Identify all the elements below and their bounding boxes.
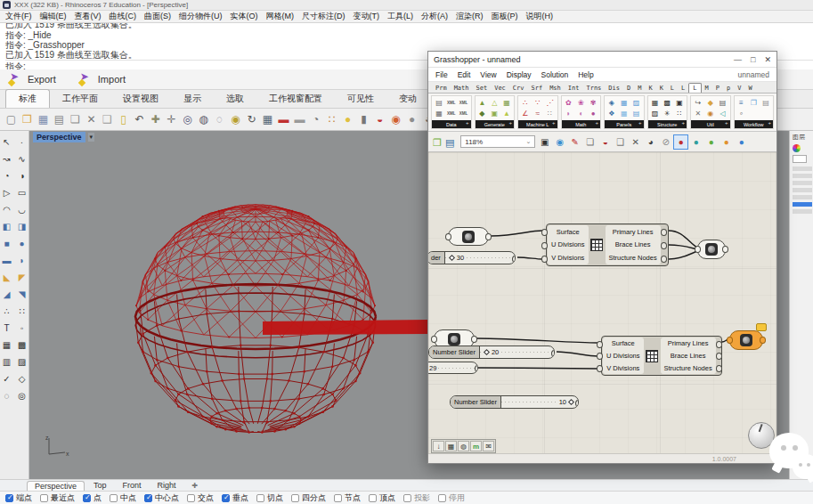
icon[interactable]: ▤ (435, 99, 443, 107)
rotate-view-icon[interactable]: ↻ (244, 111, 259, 127)
menu-item[interactable]: 编辑(E) (40, 11, 67, 22)
icon[interactable]: ∵ (535, 99, 540, 107)
mesh-edit-icon[interactable]: m (470, 441, 482, 451)
menu-item[interactable]: 分析(A) (421, 11, 448, 22)
gh-tab[interactable]: Trns (582, 84, 605, 93)
chamfer-icon[interactable]: ◤ (15, 269, 28, 286)
number-slider-node[interactable]: Number Slider 20 (428, 345, 555, 359)
menu-item[interactable]: 尺寸标注(D) (302, 11, 346, 22)
gh-menu-view[interactable]: View (480, 70, 496, 79)
preview-dark-icon[interactable]: ◕ (644, 135, 657, 149)
block-icon[interactable]: ▥ (0, 354, 13, 370)
circle-icon[interactable]: ◔ (0, 167, 13, 184)
icon[interactable]: ❀ (578, 99, 584, 107)
menu-item[interactable]: 说明(H) (526, 11, 554, 22)
gh-tab[interactable]: D (623, 84, 634, 93)
gh-menu-edit[interactable]: Edit (458, 70, 471, 79)
surface-corner-icon[interactable]: ◧ (0, 218, 13, 235)
gem-orange-icon[interactable]: ● (720, 135, 733, 149)
lock-icon[interactable]: ▮ (356, 111, 371, 127)
array-icon[interactable]: ▦ (0, 337, 13, 354)
icon[interactable]: ▣ (491, 110, 498, 118)
gh-tab[interactable]: K (656, 84, 667, 93)
hide-icon[interactable]: ◌ (0, 387, 13, 404)
osnap-checkbox[interactable] (438, 494, 446, 502)
maximize-button[interactable]: □ (751, 55, 755, 64)
viewport-tab-front[interactable]: Front (116, 481, 149, 490)
show-icon[interactable]: ◎ (15, 387, 28, 404)
menu-item[interactable]: 变动(T) (354, 11, 380, 22)
export-button[interactable]: Export (9, 73, 56, 85)
toolbar-tab[interactable]: 标准 (5, 89, 50, 108)
viewport-title[interactable]: Perspective (33, 132, 85, 142)
mail-icon[interactable]: ✉ (483, 441, 494, 451)
gh-menu-help[interactable]: Help (578, 70, 593, 79)
minimize-button[interactable]: — (734, 55, 742, 64)
icon[interactable]: ⋰ (547, 99, 554, 107)
check-icon[interactable]: ✓ (0, 370, 13, 387)
icon[interactable]: XML (459, 110, 468, 118)
icon[interactable]: ∷ (678, 110, 682, 118)
point-icon[interactable]: ∙ (15, 134, 28, 150)
wire-display-icon[interactable]: ✕ (629, 135, 642, 149)
osnap-item[interactable]: 端点 (5, 492, 32, 504)
sketch-pencil-icon[interactable]: ✎ (568, 135, 581, 149)
toolbar-tab[interactable]: 可见性 (335, 90, 386, 108)
osnap-checkbox[interactable] (403, 494, 411, 502)
output-primary-lines[interactable]: Primary Lines (661, 339, 716, 347)
icon[interactable]: ▤ (720, 99, 727, 107)
gh-tab[interactable]: p (723, 84, 734, 93)
zoom-icon[interactable]: ◎ (180, 111, 195, 127)
gh-tab[interactable]: Prm (432, 84, 451, 93)
input-v-divisions[interactable]: V Divisions (603, 364, 644, 372)
polygon-icon[interactable]: ▷ (0, 184, 13, 201)
preview-eye-icon[interactable]: ◉ (553, 135, 566, 149)
gh-tab[interactable]: Vec (491, 84, 509, 93)
grasshopper-titlebar[interactable]: Grasshopper - unnamed — □ ✕ (428, 52, 776, 68)
gh-tab[interactable]: Math (451, 84, 473, 93)
number-slider-track[interactable]: 10 (501, 396, 578, 408)
menu-item[interactable]: 曲线(C) (110, 11, 137, 22)
osnap-item[interactable]: 停用 (438, 492, 465, 504)
image-export-icon[interactable]: ❏ (583, 135, 597, 149)
layer-row[interactable] (793, 195, 812, 199)
solid-box-icon[interactable]: ■ (0, 235, 13, 252)
publish-icon[interactable]: ↓ (433, 441, 444, 451)
number-slider-track[interactable]: 30 (445, 252, 515, 264)
osnap-item[interactable]: 切点 (256, 492, 283, 504)
icon[interactable]: ▦ (621, 99, 628, 107)
zoom-target-icon[interactable]: ▣ (538, 135, 551, 149)
icon[interactable]: ◈ (609, 99, 614, 107)
panel-button[interactable] (793, 155, 807, 163)
layer-row[interactable] (793, 181, 812, 185)
solid-sphere-icon[interactable]: ● (15, 235, 28, 252)
space-truss-component[interactable]: Surface U Divisions V Divisions Primary … (546, 224, 669, 266)
icon[interactable]: XML (447, 99, 456, 107)
toolbar-tab[interactable]: 工作平面 (50, 90, 110, 108)
color-wheel-icon[interactable] (793, 144, 801, 152)
sphere-grey-icon[interactable]: ● (404, 111, 419, 127)
output-brace-lines[interactable]: Brace Lines (661, 352, 716, 360)
toolbar-tab[interactable]: 设置视图 (110, 90, 171, 108)
icon[interactable]: ≈ (536, 110, 540, 118)
group-more-button[interactable]: + (638, 120, 642, 126)
layer-row[interactable] (793, 188, 812, 192)
gh-tab[interactable]: Set (473, 84, 492, 93)
input-v-divisions[interactable]: V Divisions (548, 254, 589, 262)
icon[interactable]: ≡ (739, 99, 744, 107)
number-slider-track[interactable]: 20 (480, 346, 554, 358)
gh-tab[interactable]: L (667, 84, 678, 93)
close-button[interactable]: ✕ (764, 55, 771, 64)
icon[interactable]: ◆ (708, 99, 713, 107)
grid-toggle-icon[interactable]: ▦ (445, 441, 457, 451)
delete-icon[interactable]: ✕ (84, 111, 99, 127)
viewport-tab-perspective[interactable]: Perspective (27, 481, 85, 491)
osnap-checkbox[interactable] (83, 494, 91, 502)
icon[interactable]: ✳ (664, 110, 671, 118)
move-icon[interactable]: ✛ (164, 111, 179, 127)
menu-item[interactable]: 渲染(R) (456, 11, 484, 22)
layer-row-selected[interactable] (793, 202, 812, 207)
rotate-cplane-icon[interactable]: ◔ (308, 111, 323, 127)
icon[interactable]: ∠ (522, 110, 528, 118)
zoom-selected-icon[interactable]: ◉ (228, 111, 243, 127)
